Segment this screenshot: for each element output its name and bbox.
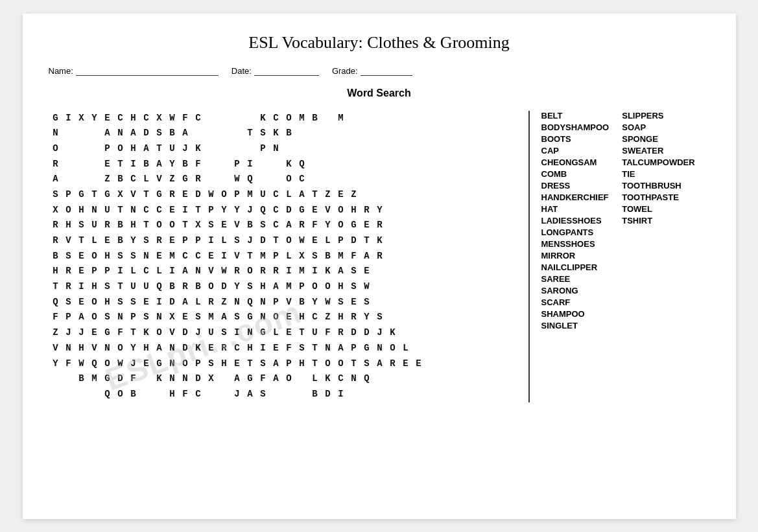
grid-cell: E <box>206 249 217 264</box>
grid-cell: G <box>154 356 165 372</box>
grid-cell: R <box>193 172 204 187</box>
grid-cell: B <box>115 218 126 233</box>
grid-cell <box>374 279 386 295</box>
grid-cell <box>361 387 373 402</box>
grid-cell: K <box>322 264 334 279</box>
grid-cell: B <box>50 249 62 264</box>
grid-cell: R <box>219 341 230 356</box>
grid-cell: G <box>180 172 191 187</box>
grid-cell: A <box>154 341 165 356</box>
date-field: Date: <box>231 65 319 76</box>
grid-cell: I <box>206 233 217 249</box>
grid-cell: A <box>283 218 295 233</box>
grid-cell: C <box>270 111 282 126</box>
grid-cell: N <box>257 310 269 325</box>
grid-cell: O <box>89 249 101 264</box>
grid-cell: F <box>193 157 204 172</box>
grid-cell: H <box>63 218 75 233</box>
grid-cell: O <box>154 218 165 233</box>
grid-cell: I <box>115 264 126 279</box>
grid-cell: V <box>154 172 165 187</box>
grid-cell: L <box>141 172 152 187</box>
grid-cell: E <box>335 187 347 203</box>
grid-cell: M <box>335 249 347 264</box>
word-item: BELT <box>541 111 610 121</box>
grid-cell: E <box>309 233 321 249</box>
grid-cell: E <box>167 233 178 249</box>
grid-cell: E <box>270 341 282 356</box>
grid-cell: H <box>76 203 88 218</box>
grid-cell <box>206 141 217 157</box>
grid-cell: S <box>128 249 139 264</box>
grid-cell: I <box>76 279 88 295</box>
grid-cell: P <box>231 157 243 172</box>
grid-cell: S <box>76 218 88 233</box>
grid-cell: S <box>231 310 243 325</box>
grid-cell: B <box>180 157 191 172</box>
grid-cell: Q <box>89 356 101 372</box>
grid-cell <box>89 157 101 172</box>
grid-cell: Y <box>128 341 139 356</box>
grid-cell: S <box>141 233 152 249</box>
grid-cell: S <box>154 126 165 141</box>
grid-cell: G <box>361 341 373 356</box>
grid-cell <box>219 111 230 126</box>
grid-cell: G <box>50 111 62 126</box>
grid-cell: Y <box>50 356 62 372</box>
grid-cell: O <box>219 187 230 203</box>
grid-cell: R <box>374 218 386 233</box>
grid-cell: X <box>193 218 204 233</box>
grid-cell: C <box>270 187 282 203</box>
grid-cell: I <box>167 264 178 279</box>
word-col-2: SLIPPERSSOAPSPONGESWEATERTALCUMPOWDERTIE… <box>622 111 694 402</box>
grid-cell: Z <box>102 172 113 187</box>
grid-cell: U <box>89 218 101 233</box>
subtitle: Word Search <box>49 87 710 99</box>
grid-cell <box>219 157 230 172</box>
grid-cell: L <box>283 249 295 264</box>
grid-cell <box>219 172 230 187</box>
word-item: SPONGE <box>622 134 694 144</box>
grid-cell <box>296 141 308 157</box>
word-item: SINGLET <box>541 321 610 330</box>
grid-cell: R <box>206 295 217 310</box>
grid-cell: D <box>361 325 373 341</box>
grid-cell <box>206 111 217 126</box>
grid-cell: S <box>141 310 152 325</box>
grid-cell: E <box>76 249 88 264</box>
grid-cell: J <box>374 325 386 341</box>
grid-cell: G <box>244 310 256 325</box>
grid-cell: T <box>141 187 152 203</box>
grid-cell: I <box>283 264 295 279</box>
page: ESL Vocabulary: Clothes & Grooming Name:… <box>23 14 736 519</box>
grid-cell: N <box>193 264 204 279</box>
grid-cell: T <box>361 233 373 249</box>
grid-cell: T <box>309 356 321 372</box>
divider <box>528 111 530 402</box>
word-item: TOOTHPASTE <box>622 192 694 202</box>
grid-cell: E <box>167 203 178 218</box>
grid-cell: S <box>296 341 308 356</box>
grid-cell: F <box>348 249 360 264</box>
grid-cell: M <box>283 279 295 295</box>
grid-cell <box>206 172 217 187</box>
grid-cell: C <box>309 310 321 325</box>
grid-cell: Y <box>361 310 373 325</box>
grid-cell: O <box>167 218 178 233</box>
word-item: SLIPPERS <box>622 111 694 121</box>
grid-cell: D <box>193 187 204 203</box>
grid-cell: G <box>102 325 113 341</box>
grid-cell: C <box>141 264 152 279</box>
grid-cell: H <box>219 356 230 372</box>
grid-cell <box>89 126 101 141</box>
grid-cell: M <box>89 371 101 387</box>
grid-cell <box>335 157 347 172</box>
grid-cell: R <box>50 233 62 249</box>
grid-cell: G <box>244 371 256 387</box>
grid-cell <box>348 387 360 402</box>
grid-cell: A <box>231 371 243 387</box>
grid-cell: J <box>244 203 256 218</box>
grid-cell: X <box>115 187 126 203</box>
grid-cell: D <box>219 279 230 295</box>
grid-cell: D <box>141 126 152 141</box>
